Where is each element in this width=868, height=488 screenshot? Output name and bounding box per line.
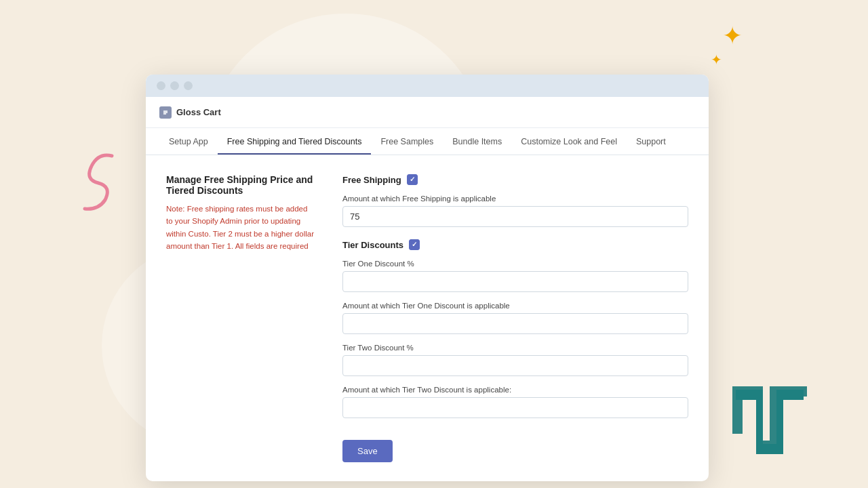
app-name: Gloss Cart xyxy=(176,107,221,117)
left-panel: Manage Free Shipping Price and Tiered Di… xyxy=(166,174,315,462)
tier-one-amount-label: Amount at which Tier One Discount is app… xyxy=(342,302,688,310)
main-content: Manage Free Shipping Price and Tiered Di… xyxy=(146,155,709,481)
app-logo-icon xyxy=(159,106,172,119)
tier-discounts-label: Tier Discounts xyxy=(342,240,403,250)
tab-free-shipping[interactable]: Free Shipping and Tiered Discounts xyxy=(218,137,372,155)
deco-v-shape xyxy=(726,380,814,468)
free-shipping-amount-input[interactable] xyxy=(342,206,688,227)
tier-two-amount-label: Amount at which Tier Two Discount is app… xyxy=(342,386,688,394)
app-logo: Gloss Cart xyxy=(159,106,221,119)
tab-free-samples[interactable]: Free Samples xyxy=(371,137,443,155)
tier-one-discount-group: Tier One Discount % xyxy=(342,260,688,292)
free-shipping-amount-group: Amount at which Free Shipping is applica… xyxy=(342,195,688,227)
tab-setup-app[interactable]: Setup App xyxy=(159,137,218,155)
tab-bundle-items[interactable]: Bundle Items xyxy=(443,137,511,155)
tier-two-discount-label: Tier Two Discount % xyxy=(342,344,688,352)
free-shipping-header: Free Shipping xyxy=(342,174,688,185)
free-shipping-amount-label: Amount at which Free Shipping is applica… xyxy=(342,195,688,203)
tabs-bar: Setup App Free Shipping and Tiered Disco… xyxy=(146,128,709,155)
tier-two-amount-group: Amount at which Tier Two Discount is app… xyxy=(342,386,688,418)
free-shipping-checkbox[interactable] xyxy=(407,174,418,185)
deco-star-large: ✦ xyxy=(722,24,743,48)
free-shipping-label: Free Shipping xyxy=(342,175,401,185)
tier-discounts-section: Tier Discounts Tier One Discount % Amoun… xyxy=(342,239,688,418)
tier-one-amount-input[interactable] xyxy=(342,313,688,334)
browser-window: Gloss Cart Setup App Free Shipping and T… xyxy=(146,75,709,481)
note-text: Note: Free shipping rates must be added … xyxy=(166,203,315,253)
tier-two-discount-input[interactable] xyxy=(342,355,688,376)
tier-two-amount-input[interactable] xyxy=(342,397,688,418)
tab-support[interactable]: Support xyxy=(627,137,675,155)
browser-dot-1 xyxy=(157,81,165,90)
tier-two-discount-group: Tier Two Discount % xyxy=(342,344,688,376)
tier-discounts-header: Tier Discounts xyxy=(342,239,688,250)
browser-dot-2 xyxy=(170,81,179,90)
browser-dot-3 xyxy=(184,81,193,90)
section-title: Manage Free Shipping Price and Tiered Di… xyxy=(166,174,315,196)
tier-one-discount-label: Tier One Discount % xyxy=(342,260,688,268)
app-navbar: Gloss Cart xyxy=(146,97,709,128)
deco-star-small: ✦ xyxy=(711,53,722,66)
deco-squiggle xyxy=(58,149,139,217)
right-panel: Free Shipping Amount at which Free Shipp… xyxy=(342,174,688,462)
tier-one-amount-group: Amount at which Tier One Discount is app… xyxy=(342,302,688,334)
tier-discounts-checkbox[interactable] xyxy=(409,239,420,250)
save-button[interactable]: Save xyxy=(342,440,393,462)
tab-customize[interactable]: Customize Look and Feel xyxy=(511,137,627,155)
tier-one-discount-input[interactable] xyxy=(342,271,688,292)
browser-titlebar xyxy=(146,75,709,97)
